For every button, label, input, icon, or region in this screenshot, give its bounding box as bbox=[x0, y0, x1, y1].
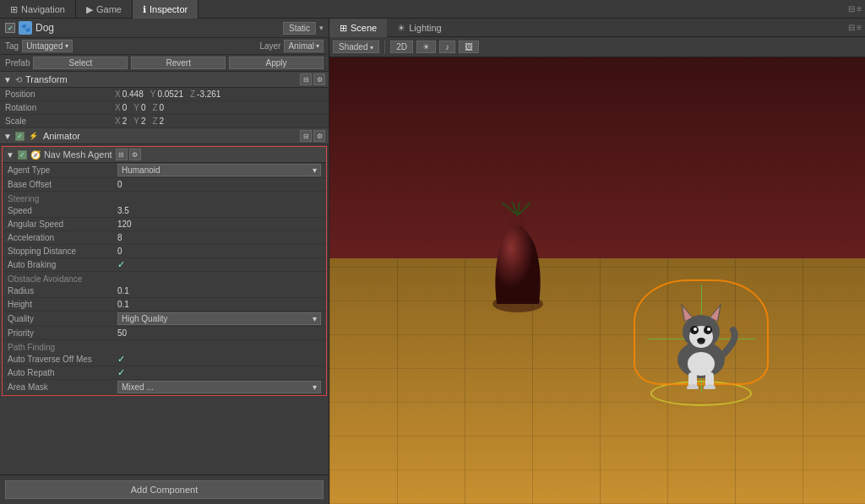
scene-floor bbox=[329, 258, 865, 504]
lighting-toggle[interactable]: ☀ bbox=[416, 41, 436, 53]
vase-plant bbox=[480, 203, 556, 312]
tab-navigation[interactable]: ⊞ Navigation bbox=[0, 0, 76, 19]
stopping-row: Stopping Distance 0 bbox=[3, 245, 326, 258]
animator-checkbox[interactable]: ✓ bbox=[15, 132, 24, 141]
height-row: Height 0.1 bbox=[3, 298, 326, 312]
quality-select[interactable]: High Quality ▾ bbox=[117, 312, 321, 325]
scale-y: 2 bbox=[141, 117, 146, 126]
navmesh-actions: ⊟ ⚙ bbox=[116, 149, 141, 160]
layer-select[interactable]: Animal ▾ bbox=[284, 40, 324, 52]
tag-arrow: ▾ bbox=[65, 42, 68, 50]
lighting-tab-icon: ☀ bbox=[397, 19, 405, 37]
scale-x: 2 bbox=[122, 117, 128, 126]
radius-label: Radius bbox=[8, 286, 117, 295]
gameobject-checkbox[interactable]: ✓ bbox=[5, 23, 15, 33]
audio-toggle[interactable]: ♪ bbox=[439, 41, 455, 53]
speed-value: 3.5 bbox=[117, 206, 321, 215]
animator-title: Animator bbox=[43, 131, 296, 141]
svg-point-24 bbox=[687, 384, 699, 389]
navmesh-book-btn[interactable]: ⊟ bbox=[116, 149, 128, 160]
navmesh-gear-btn[interactable]: ⚙ bbox=[129, 149, 141, 160]
dog-container[interactable] bbox=[634, 271, 769, 406]
area-mask-label: Area Mask bbox=[8, 382, 117, 392]
tag-label: Tag bbox=[5, 41, 19, 51]
navmesh-collapse-icon[interactable]: ▼ bbox=[6, 150, 14, 160]
apply-button[interactable]: Apply bbox=[229, 57, 324, 69]
tab-lighting[interactable]: ☀ Lighting bbox=[387, 19, 452, 37]
navmesh-checkbox[interactable]: ✓ bbox=[18, 150, 27, 160]
add-component-button[interactable]: Add Component bbox=[5, 480, 324, 499]
svg-line-3 bbox=[518, 203, 539, 215]
animator-book-btn[interactable]: ⊟ bbox=[300, 130, 312, 142]
tag-select[interactable]: Untagged ▾ bbox=[22, 40, 72, 52]
dog-svg bbox=[659, 288, 743, 389]
pos-y: 0.0521 bbox=[157, 89, 183, 99]
auto-traverse-check[interactable]: ✓ bbox=[117, 354, 321, 365]
prefab-label: Prefab bbox=[5, 58, 30, 68]
agent-type-arrow: ▾ bbox=[313, 165, 317, 175]
speed-row: Speed 3.5 bbox=[3, 204, 326, 218]
toolbar-sep1 bbox=[384, 41, 385, 54]
tab-scene[interactable]: ⊞ Scene bbox=[329, 19, 387, 37]
quality-row: Quality High Quality ▾ bbox=[3, 312, 326, 327]
select-button[interactable]: Select bbox=[33, 57, 128, 69]
auto-braking-check[interactable]: ✓ bbox=[117, 259, 321, 270]
svg-point-25 bbox=[704, 384, 715, 389]
auto-repath-check[interactable]: ✓ bbox=[117, 367, 321, 378]
position-row: Position X0.448 Y0.0521 Z-3.261 bbox=[0, 88, 329, 101]
revert-button[interactable]: Revert bbox=[131, 57, 226, 69]
transform-gear-btn[interactable]: ⚙ bbox=[313, 73, 325, 85]
transform-icon: ⟲ bbox=[15, 75, 22, 84]
gameobject-icon: 🐾 bbox=[19, 21, 32, 35]
tag-layer-row: Tag Untagged ▾ Layer Animal ▾ bbox=[0, 38, 329, 55]
transform-book-btn[interactable]: ⊟ bbox=[300, 73, 312, 85]
agent-type-select[interactable]: Humanoid ▾ bbox=[117, 164, 321, 176]
svg-point-10 bbox=[688, 352, 715, 376]
effects-toggle[interactable]: 🖼 bbox=[459, 41, 479, 53]
scene-viewport bbox=[329, 57, 865, 504]
auto-braking-label: Auto Braking bbox=[8, 260, 117, 269]
inspector-panel: ✓ 🐾 Dog Static ▾ Tag Untagged ▾ Layer An… bbox=[0, 19, 329, 504]
rot-x: 0 bbox=[122, 103, 128, 112]
scene-menu-icon[interactable]: ≡ bbox=[857, 23, 862, 32]
gameobject-name: Dog bbox=[35, 22, 280, 34]
priority-label: Priority bbox=[8, 328, 117, 338]
rotation-row: Rotation X0 Y0 Z0 bbox=[0, 101, 329, 115]
transform-collapse-icon[interactable]: ▼ bbox=[3, 75, 12, 84]
base-offset-value: 0 bbox=[117, 180, 321, 189]
tab-inspector[interactable]: ℹ Inspector bbox=[133, 0, 199, 19]
position-label: Position bbox=[5, 89, 115, 99]
shading-dropdown[interactable]: Shaded ▾ bbox=[333, 41, 379, 53]
navmesh-icon: 🧭 bbox=[30, 150, 41, 160]
tab-game[interactable]: ▶ Game bbox=[76, 0, 133, 19]
area-mask-row: Area Mask Mixed ... ▾ bbox=[3, 380, 326, 395]
quality-label: Quality bbox=[8, 314, 117, 323]
quality-arrow: ▾ bbox=[313, 314, 317, 323]
animator-gear-btn[interactable]: ⚙ bbox=[313, 130, 325, 142]
inspector-content: ▼ ⟲ Transform ⊟ ⚙ Position X0.448 Y0.052… bbox=[0, 72, 329, 474]
transform-header: ▼ ⟲ Transform ⊟ ⚙ bbox=[0, 72, 329, 88]
animator-collapse-icon[interactable]: ▼ bbox=[3, 132, 12, 141]
acceleration-row: Acceleration 8 bbox=[3, 231, 326, 245]
layer-label: Layer bbox=[259, 41, 280, 51]
animator-icon: ⚡ bbox=[28, 130, 40, 142]
agent-type-row: Agent Type Humanoid ▾ bbox=[3, 163, 326, 178]
auto-repath-label: Auto Repath bbox=[8, 368, 117, 377]
panel-menu-icon[interactable]: ≡ bbox=[857, 4, 862, 14]
auto-repath-row: Auto Repath ✓ bbox=[3, 366, 326, 380]
pathfinding-label: Path Finding bbox=[3, 340, 326, 353]
scene-lock-icon[interactable]: ⊟ bbox=[848, 23, 855, 32]
nav-mesh-header: ▼ ✓ 🧭 Nav Mesh Agent ⊟ ⚙ bbox=[3, 147, 326, 163]
transform-actions: ⊟ ⚙ bbox=[300, 73, 325, 85]
rot-y: 0 bbox=[141, 103, 146, 112]
static-dropdown-arrow[interactable]: ▾ bbox=[319, 24, 324, 32]
panel-lock-icon[interactable]: ⊟ bbox=[848, 4, 855, 14]
top-tab-bar: ⊞ Navigation ▶ Game ℹ Inspector ⊟ ≡ bbox=[0, 0, 865, 19]
static-button[interactable]: Static bbox=[283, 22, 316, 35]
transform-title: Transform bbox=[25, 74, 296, 84]
2d-button[interactable]: 2D bbox=[390, 41, 413, 53]
nav-mesh-agent-section: ▼ ✓ 🧭 Nav Mesh Agent ⊟ ⚙ Agent Type Huma… bbox=[2, 146, 327, 396]
area-mask-select[interactable]: Mixed ... ▾ bbox=[117, 381, 321, 393]
scale-row: Scale X2 Y2 Z2 bbox=[0, 115, 329, 128]
steering-label: Steering bbox=[3, 192, 326, 204]
